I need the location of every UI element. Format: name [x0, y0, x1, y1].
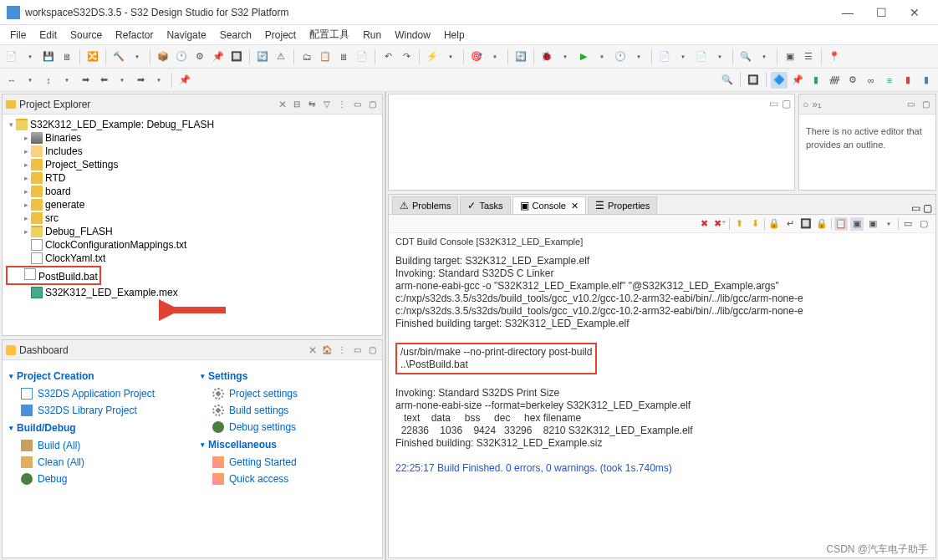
menu-run[interactable]: Run [356, 28, 388, 43]
console-output[interactable]: Building target: S32K312_LED_Example.elf… [389, 250, 935, 557]
tab-properties[interactable]: ☰Properties [588, 196, 657, 214]
tree-item-binaries[interactable]: ▸Binaries [6, 131, 379, 145]
perspective-pins-icon[interactable]: 📌 [789, 72, 806, 89]
dropdown-icon[interactable] [630, 48, 647, 65]
clock-icon[interactable]: 🕐 [173, 48, 190, 65]
dash-link-build---all-[interactable]: Build (All) [9, 437, 184, 454]
quick-access-icon[interactable]: 🔍 [719, 72, 736, 89]
dash-link-build-settings[interactable]: Build settings [201, 402, 375, 419]
tree-item-generate[interactable]: ▸generate [6, 198, 379, 211]
tree-item-src[interactable]: ▸src [6, 211, 379, 225]
dropdown-icon[interactable] [150, 72, 167, 89]
maximize-icon[interactable]: ▢ [923, 202, 932, 214]
close-button[interactable]: ✕ [898, 0, 931, 25]
dash-link-clean---all-[interactable]: Clean (All) [9, 454, 184, 471]
project-root[interactable]: ▾S32K312_LED_Example: Debug_FLASH [6, 118, 379, 131]
code-preview-icon[interactable]: 🗏 [335, 48, 352, 65]
menu-project[interactable]: Project [258, 28, 303, 43]
dcd-icon[interactable]: 🔲 [228, 48, 245, 65]
maximize-button[interactable]: ☐ [864, 0, 898, 25]
minimize-icon[interactable]: ▭ [769, 98, 778, 109]
dropdown-icon[interactable] [487, 48, 503, 65]
problems-icon[interactable]: ⚠ [273, 48, 289, 65]
dropdown-icon[interactable] [59, 72, 75, 89]
perspective-ivt-icon[interactable]: ≡ [881, 72, 898, 89]
details-icon[interactable]: 📄 [354, 48, 370, 65]
redo-icon[interactable]: ↷ [398, 48, 415, 65]
next-icon[interactable]: ➡ [77, 72, 94, 89]
package-icon[interactable]: 📦 [155, 48, 171, 65]
outline-next-icon[interactable]: »₁ [812, 99, 822, 110]
build-icon[interactable]: 🔨 [110, 48, 127, 65]
pin-console-icon[interactable]: 📋 [834, 217, 848, 231]
menu-source[interactable]: Source [64, 28, 109, 43]
close-icon[interactable]: ✕ [278, 99, 287, 110]
debug-icon[interactable]: 🐞 [538, 48, 555, 65]
maximize-icon[interactable]: ▢ [782, 98, 791, 109]
collapse-all-icon[interactable]: ⊟ [290, 98, 303, 111]
tree-item-clockconfigurationmappings-txt[interactable]: ClockConfigurationMappings.txt [6, 238, 379, 252]
dropdown-icon[interactable] [675, 48, 691, 65]
pin-icon[interactable]: 📍 [826, 48, 843, 65]
minimize-button[interactable]: — [831, 0, 864, 25]
perspective-qspi-icon[interactable]: ▮ [900, 72, 916, 89]
dropdown-icon[interactable] [129, 48, 145, 65]
view-menu-icon[interactable]: ⋮ [335, 98, 349, 111]
perspective-chip-icon[interactable]: ▮ [808, 72, 824, 89]
search-icon[interactable]: 🔍 [737, 48, 754, 65]
tree-item-project-settings[interactable]: ▸Project_Settings [6, 158, 379, 171]
switch-icon[interactable]: 🔀 [84, 48, 101, 65]
menu-edit[interactable]: Edit [33, 28, 64, 43]
new-class-icon[interactable]: 📄 [693, 48, 710, 65]
perspective-dcd-icon[interactable]: ∞ [863, 72, 879, 89]
menu-配置工具[interactable]: 配置工具 [303, 26, 356, 43]
dash-group-miscellaneous[interactable]: ▾Miscellaneous [201, 435, 375, 454]
clear-console-icon[interactable]: ✖ [697, 217, 711, 231]
collapse-icon[interactable]: ↕ [40, 72, 57, 89]
minimize-icon[interactable]: ▭ [901, 217, 915, 231]
dropdown-icon[interactable] [22, 72, 38, 89]
tree-item-board[interactable]: ▸board [6, 185, 379, 198]
menu-help[interactable]: Help [437, 28, 472, 43]
dropdown-icon[interactable] [882, 217, 895, 231]
perspective-periph-icon[interactable]: ⚙ [844, 72, 861, 89]
dropdown-icon[interactable] [442, 48, 459, 65]
word-wrap-icon[interactable]: ↵ [783, 217, 797, 231]
menu-search[interactable]: Search [213, 28, 258, 43]
forward-icon[interactable]: ➡ [132, 72, 149, 89]
dash-group-settings[interactable]: ▾Settings [201, 367, 375, 385]
tab-tasks[interactable]: ✓Tasks [460, 196, 510, 214]
pin-editor-icon[interactable]: 📌 [176, 72, 193, 89]
minimize-icon[interactable]: ▭ [350, 98, 364, 111]
dropdown-icon[interactable] [22, 48, 38, 65]
maximize-icon[interactable]: ▢ [917, 217, 930, 231]
dropdown-icon[interactable] [557, 48, 574, 65]
scroll-lock-icon[interactable]: 🔒 [767, 217, 781, 231]
dropdown-icon[interactable] [711, 48, 728, 65]
dash-link-debug-settings[interactable]: Debug settings [201, 419, 375, 435]
run-icon[interactable]: ▶ [575, 48, 592, 65]
dropdown-icon[interactable] [756, 48, 772, 65]
periph-icon[interactable]: ⚙ [191, 48, 208, 65]
overview-icon[interactable]: 📋 [317, 48, 334, 65]
maximize-icon[interactable]: ▢ [919, 98, 932, 111]
display-console-icon[interactable]: ▣ [850, 217, 864, 231]
perspective-clock-icon[interactable]: ᚎ [826, 72, 843, 89]
refresh-icon[interactable]: 🔄 [512, 48, 529, 65]
perspective-open-icon[interactable]: 🔲 [745, 72, 762, 89]
update-icon[interactable]: 🔄 [254, 48, 271, 65]
flash-icon[interactable]: ⚡ [424, 48, 441, 65]
dash-link-getting-started[interactable]: Getting Started [201, 454, 375, 471]
menu-file[interactable]: File [3, 28, 33, 43]
dash-link-debug[interactable]: Debug [9, 471, 184, 487]
expand-icon[interactable]: ↔ [3, 72, 20, 89]
filter-icon[interactable]: ▽ [320, 98, 334, 111]
tree-item-includes[interactable]: ▸Includes [6, 145, 379, 158]
dash-group-project-creation[interactable]: ▾Project Creation [9, 367, 184, 385]
console-icon[interactable]: ▣ [782, 48, 798, 65]
dropdown-icon[interactable] [114, 72, 130, 89]
minimize-icon[interactable]: ▭ [904, 98, 917, 111]
perspective-cpp-icon[interactable]: 🔷 [771, 72, 788, 89]
new-cpp-icon[interactable]: 📄 [656, 48, 673, 65]
dropdown-icon[interactable] [594, 48, 610, 65]
